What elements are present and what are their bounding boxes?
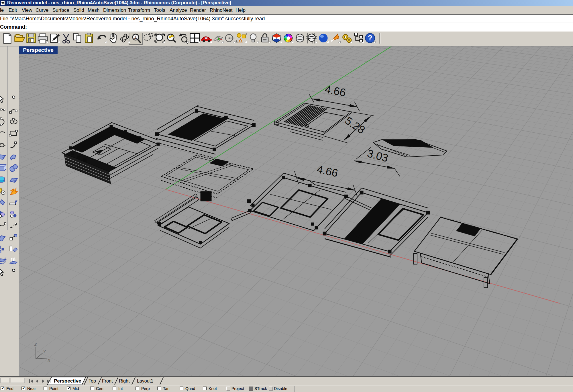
svg-text:z: z	[34, 341, 37, 347]
svg-text:x: x	[48, 357, 50, 363]
svg-text:Layout1: Layout1	[137, 379, 153, 383]
svg-text:?: ?	[368, 34, 372, 42]
svg-text:Right: Right	[119, 379, 130, 383]
svg-text:Front: Front	[102, 379, 113, 383]
svg-text:Top: Top	[89, 379, 96, 383]
svg-text:Perspective: Perspective	[54, 378, 81, 384]
svg-text:±: ±	[134, 34, 137, 40]
svg-text:y: y	[43, 348, 46, 354]
